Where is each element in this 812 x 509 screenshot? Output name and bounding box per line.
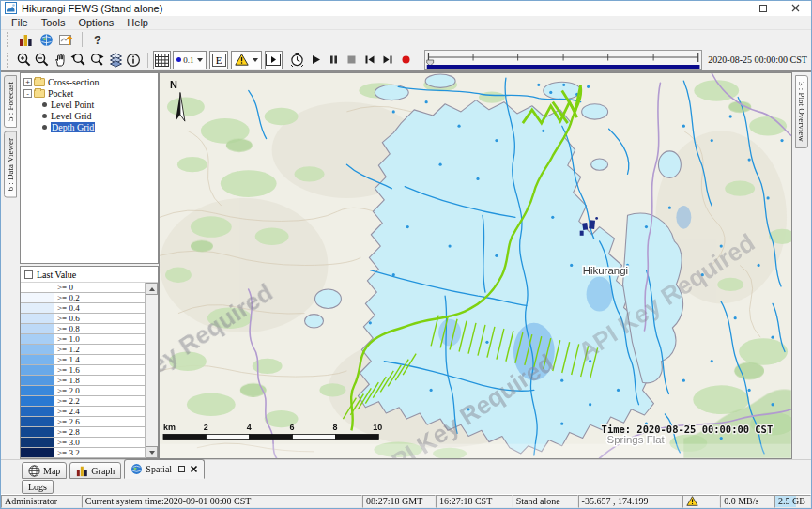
- logs-button[interactable]: Logs: [22, 480, 54, 494]
- toolbar-separator: [147, 53, 148, 68]
- info-button[interactable]: [125, 51, 143, 69]
- pause-button[interactable]: [325, 51, 343, 69]
- legend-swatch: [21, 293, 54, 302]
- tab-map[interactable]: Map: [22, 462, 67, 479]
- legend-scrollbar[interactable]: [145, 283, 158, 458]
- tree-item-level-point[interactable]: Level Point: [22, 99, 157, 110]
- tree-item-depth-grid[interactable]: Depth Grid: [22, 121, 157, 132]
- tab-data-viewer[interactable]: 6 : Data Viewer: [4, 131, 17, 198]
- menu-options[interactable]: Options: [71, 17, 120, 28]
- collapse-icon[interactable]: -: [23, 89, 32, 98]
- legend-row[interactable]: >= 2.2: [21, 396, 145, 407]
- legend-label: >= 1.4: [54, 355, 145, 364]
- svg-text:8: 8: [332, 423, 337, 432]
- legend-row[interactable]: >= 0.4: [21, 303, 145, 314]
- tab-spatial[interactable]: Spatial: [124, 459, 205, 479]
- timer-icon: [289, 52, 305, 68]
- legend-row[interactable]: >= 3.2: [21, 448, 145, 458]
- legend-label: >= 2.2: [54, 396, 145, 406]
- legend-row[interactable]: >= 0.8: [21, 324, 145, 334]
- legend-row[interactable]: >= 2.4: [21, 407, 145, 417]
- legend-row[interactable]: >= 0.6: [21, 314, 145, 324]
- legend-row[interactable]: >= 1.0: [21, 334, 145, 345]
- legend-row[interactable]: >= 1.6: [21, 365, 145, 376]
- legend-row[interactable]: >= 3.0: [21, 438, 145, 448]
- play-button[interactable]: [306, 51, 324, 69]
- skip-start-button[interactable]: [360, 51, 378, 69]
- zoom-next-button[interactable]: [87, 51, 106, 69]
- tree-item-level-grid[interactable]: Level Grid: [22, 110, 157, 121]
- grid-display-button[interactable]: [153, 51, 171, 69]
- maximize-button[interactable]: [747, 1, 779, 16]
- legend-row[interactable]: >= 2.8: [21, 427, 145, 438]
- map-view[interactable]: API Key Required API Key Required API Ke…: [159, 72, 792, 459]
- help-button[interactable]: ?: [87, 30, 108, 49]
- globe-icon: [130, 463, 143, 475]
- grid-icon: [155, 54, 169, 67]
- menu-file[interactable]: File: [5, 17, 35, 28]
- close-tab-icon[interactable]: [190, 465, 198, 473]
- legend-rows: >= 0>= 0.2>= 0.4>= 0.6>= 0.8>= 1.0>= 1.2…: [21, 283, 145, 458]
- tab-graph[interactable]: Graph: [69, 462, 121, 479]
- legend-row[interactable]: >= 0.2: [21, 293, 145, 303]
- status-user: Administrator: [1, 495, 82, 508]
- stop-button[interactable]: [343, 51, 360, 69]
- layers-button[interactable]: [106, 51, 124, 69]
- pan-button[interactable]: [51, 51, 69, 69]
- legend-row[interactable]: >= 2.0: [21, 386, 145, 396]
- animation-settings-button[interactable]: [288, 51, 306, 69]
- legend-row[interactable]: >= 0: [21, 283, 145, 293]
- tab-forecast[interactable]: 5 : Forecast: [4, 75, 17, 128]
- legend-row[interactable]: >= 2.6: [21, 417, 145, 427]
- status-warning[interactable]: [682, 495, 720, 508]
- zoom-out-button[interactable]: [33, 51, 51, 69]
- right-tab-strip: 3 : Plot Overview: [792, 72, 811, 459]
- timeseries-button[interactable]: [56, 30, 77, 49]
- warning-icon: [686, 496, 698, 506]
- legend-row[interactable]: >= 1.8: [21, 376, 145, 386]
- warning-dropdown[interactable]: [231, 51, 262, 69]
- legend-row[interactable]: >= 1.2: [21, 345, 145, 355]
- map-display-button[interactable]: [36, 30, 56, 49]
- legend-row[interactable]: >= 1.4: [21, 355, 145, 365]
- scroll-up-button[interactable]: [146, 283, 158, 295]
- legend-panel: Last Value >= 0>= 0.2>= 0.4>= 0.6>= 0.8>…: [20, 266, 159, 459]
- bullet-icon: [42, 114, 47, 118]
- legend-label: >= 2.4: [54, 407, 145, 416]
- zoom-in-button[interactable]: [15, 51, 33, 69]
- legend-label: >= 0: [54, 283, 145, 292]
- wire-globe-icon: [28, 465, 40, 477]
- skip-end-button[interactable]: [379, 51, 397, 69]
- movie-player-button[interactable]: [265, 51, 283, 69]
- record-button[interactable]: [397, 51, 415, 69]
- tab-plot-overview[interactable]: 3 : Plot Overview: [795, 75, 808, 148]
- legend-swatch: [21, 283, 54, 292]
- status-memory: 2.5 GB: [774, 495, 811, 508]
- threshold-dot-icon: [176, 57, 181, 62]
- bar-chart-icon: [76, 465, 88, 477]
- minimize-icon: [728, 8, 736, 8]
- last-value-checkbox[interactable]: [24, 270, 33, 279]
- menu-help[interactable]: Help: [120, 17, 155, 28]
- legend-swatch: [21, 303, 54, 313]
- tree-item-cross-section[interactable]: + Cross-section: [22, 76, 157, 87]
- close-button[interactable]: [779, 1, 811, 16]
- time-slider[interactable]: [424, 50, 702, 70]
- scroll-down-button[interactable]: [146, 446, 158, 458]
- tree-item-pocket[interactable]: - Pocket: [22, 87, 157, 99]
- window-title: Hikurangi FEWS (Stand alone): [22, 3, 162, 14]
- legend-label: >= 1.0: [54, 334, 145, 344]
- minimize-button[interactable]: [715, 1, 747, 16]
- menu-tools[interactable]: Tools: [35, 17, 72, 28]
- toolbar-grip[interactable]: [7, 32, 11, 47]
- legend-swatch: [21, 407, 54, 416]
- elevation-button[interactable]: E: [209, 51, 227, 69]
- app-window: Hikurangi FEWS (Stand alone) File Tools …: [0, 0, 812, 509]
- threshold-dropdown[interactable]: 0.1: [173, 51, 207, 69]
- svg-text:6: 6: [290, 423, 295, 432]
- expand-icon[interactable]: +: [23, 78, 32, 86]
- maximize-tab-icon[interactable]: [178, 466, 185, 472]
- database-button[interactable]: [15, 30, 36, 49]
- zoom-previous-button[interactable]: [69, 51, 87, 69]
- map-toolbar-grip[interactable]: [7, 53, 11, 68]
